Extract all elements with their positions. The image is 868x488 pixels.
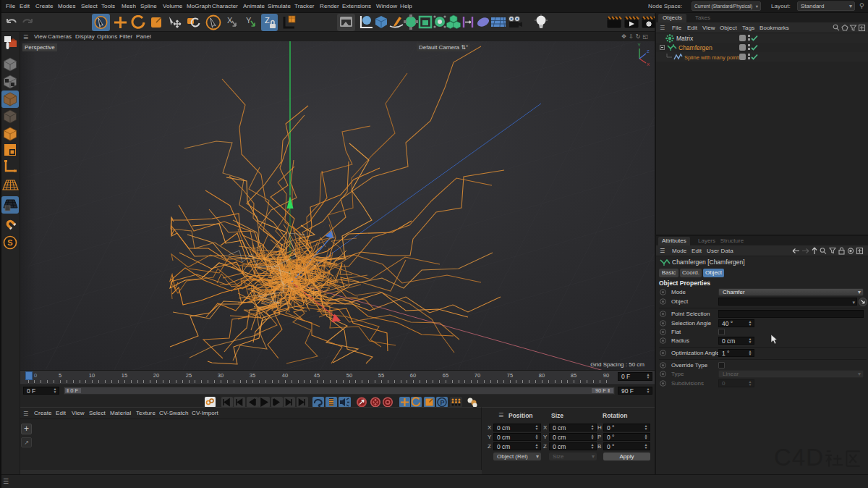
svg-text:S: S: [7, 238, 12, 247]
svg-text:Y: Y: [638, 43, 641, 47]
svg-text:X: X: [227, 16, 233, 25]
svg-text:X: X: [647, 62, 650, 67]
svg-text:Z: Z: [265, 16, 270, 25]
svg-text:Z: Z: [647, 49, 650, 54]
svg-text:Y: Y: [246, 16, 252, 25]
svg-text:P: P: [441, 399, 445, 406]
